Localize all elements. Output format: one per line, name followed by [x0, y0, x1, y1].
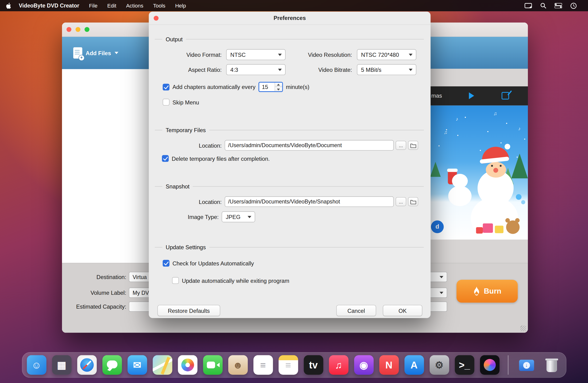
dock-music[interactable]: ♫: [329, 355, 348, 375]
edit-pencil-icon[interactable]: [502, 92, 509, 100]
menu-actions[interactable]: Actions: [126, 2, 143, 9]
chapter-interval-stepper[interactable]: 15: [258, 82, 283, 92]
dock-messages[interactable]: [102, 355, 122, 375]
skip-menu-checkbox[interactable]: [163, 99, 169, 106]
image-type-value: JPEG: [226, 214, 241, 220]
snapshot-location-label: Location:: [155, 196, 222, 207]
menu-help[interactable]: Help: [175, 2, 186, 9]
dock-maps[interactable]: [153, 355, 172, 375]
dock-notes[interactable]: ≡: [278, 355, 298, 375]
auto-update-checkbox[interactable]: [172, 277, 179, 284]
clock-icon[interactable]: [570, 2, 577, 9]
chapter-interval-value[interactable]: 15: [259, 83, 275, 91]
search-icon[interactable]: [540, 2, 546, 9]
dock-launchpad[interactable]: ▦: [52, 355, 71, 375]
teddy-bear-ear: [505, 218, 510, 223]
aspect-ratio-select[interactable]: 4:3: [226, 64, 286, 75]
add-chapters-row: Add chapters automatically every 15 minu…: [163, 82, 310, 92]
dock-reminders[interactable]: ≡: [253, 355, 273, 375]
news-glyph: N: [385, 360, 392, 370]
dock-finder[interactable]: ☺: [27, 355, 46, 375]
snapshot-open-folder-button[interactable]: [408, 197, 418, 206]
stepper-down-button[interactable]: [275, 87, 282, 91]
menu-edit[interactable]: Edit: [107, 2, 116, 9]
section-line: [155, 130, 162, 130]
snowman-head: [452, 174, 468, 188]
preview-title: mas: [431, 92, 442, 99]
resize-grip[interactable]: [520, 325, 526, 331]
section-line: [155, 247, 162, 247]
video-format-select[interactable]: NTSC: [226, 49, 286, 60]
add-files-label: Add Files: [86, 50, 111, 56]
check-updates-row: Check for Updates Automatically: [163, 259, 254, 267]
menu-file[interactable]: File: [89, 2, 97, 9]
app-store-glyph: A: [410, 360, 418, 370]
burn-label: Burn: [484, 287, 501, 296]
add-files-button[interactable]: Add Files: [73, 47, 118, 59]
apple-menu-icon[interactable]: [6, 2, 11, 9]
play-icon[interactable]: [469, 92, 474, 99]
cancel-label: Cancel: [347, 307, 365, 314]
section-output: Output: [155, 35, 424, 43]
finder-glyph: ☺: [31, 360, 41, 370]
temp-location-field[interactable]: /Users/admin/Documents/VideoByte/Documen…: [225, 140, 394, 151]
image-type-select[interactable]: JPEG: [222, 211, 255, 222]
chevron-down-icon: [409, 54, 413, 56]
restore-defaults-button[interactable]: Restore Defaults: [157, 305, 220, 316]
dock-app-swirl[interactable]: [480, 355, 499, 375]
window-zoom-button[interactable]: [84, 27, 89, 32]
video-resolution-label: Video Resolution:: [284, 49, 352, 60]
dock-photos[interactable]: [178, 355, 197, 375]
dialog-titlebar[interactable]: Preferences: [149, 12, 431, 25]
dock-mail[interactable]: ✉: [127, 355, 147, 375]
dock-podcasts[interactable]: ◉: [354, 355, 373, 375]
ellipsis-label: ...: [399, 142, 403, 148]
cancel-button[interactable]: Cancel: [336, 305, 376, 316]
dock-safari[interactable]: [77, 355, 97, 375]
control-center-icon[interactable]: [555, 3, 562, 8]
dock-news[interactable]: N: [379, 355, 399, 375]
ellipsis-label: ...: [399, 199, 403, 204]
temp-open-folder-button[interactable]: [408, 141, 418, 150]
window-minimize-button[interactable]: [76, 27, 81, 32]
delete-temp-checkbox[interactable]: [162, 155, 169, 162]
flame-icon: [473, 286, 480, 296]
launchpad-glyph: ▦: [57, 360, 66, 370]
dock-trash[interactable]: [542, 355, 561, 375]
folder-icon: [410, 199, 416, 204]
section-snapshot-title: Snapshot: [166, 183, 189, 189]
delete-temp-label: Delete temporary files after completion.: [172, 155, 270, 162]
section-line: [155, 39, 162, 40]
screen-mirroring-icon[interactable]: [525, 3, 532, 8]
auto-update-label: Update automatically while exiting progr…: [182, 277, 289, 284]
snapshot-browse-button[interactable]: ...: [396, 197, 406, 206]
stepper-up-button[interactable]: [275, 83, 282, 87]
image-type-label: Image Type:: [155, 211, 219, 222]
dock-facetime[interactable]: [203, 355, 222, 375]
menu-tools[interactable]: Tools: [153, 2, 165, 9]
dock-terminal[interactable]: >_: [455, 355, 474, 375]
add-chapters-checkbox[interactable]: [163, 83, 169, 90]
folder-icon: [410, 143, 416, 148]
dock-app-store[interactable]: A: [404, 355, 424, 375]
app-menu[interactable]: VideoByte DVD Creator: [19, 2, 79, 9]
check-updates-checkbox[interactable]: [163, 260, 169, 267]
dialog-title: Preferences: [149, 12, 431, 24]
ok-button[interactable]: OK: [383, 305, 422, 316]
snapshot-location-field[interactable]: /Users/admin/Documents/VideoByte/Snapsho…: [225, 196, 394, 207]
video-resolution-value: NTSC 720*480: [361, 51, 399, 58]
dock-system-settings[interactable]: ⚙: [429, 355, 449, 375]
chevron-down-icon: [440, 291, 443, 294]
dock-apple-tv[interactable]: tv: [304, 355, 323, 375]
dock-downloads[interactable]: [517, 355, 536, 375]
video-bitrate-select[interactable]: 5 MBit/s: [357, 64, 416, 75]
dock-contacts[interactable]: ☻: [228, 355, 248, 375]
burn-button[interactable]: Burn: [457, 280, 518, 303]
video-format-value: NTSC: [230, 51, 246, 58]
section-line: [209, 130, 424, 130]
temp-browse-button[interactable]: ...: [396, 141, 406, 150]
video-resolution-select[interactable]: NTSC 720*480: [357, 49, 416, 60]
window-close-button[interactable]: [66, 27, 71, 32]
teddy-bear-ear: [515, 218, 520, 223]
dock-icons: ☺▦✉☻≡≡tv♫◉NA⚙>_: [22, 352, 566, 378]
